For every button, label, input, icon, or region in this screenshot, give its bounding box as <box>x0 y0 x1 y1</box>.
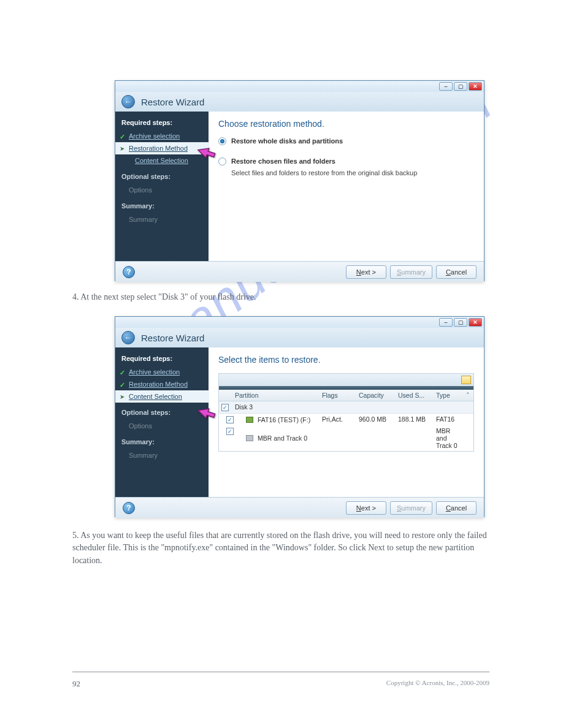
radio-restore-whole[interactable]: Restore whole disks and partitions <box>218 137 474 145</box>
sidebar-item-options[interactable]: Options <box>115 420 209 432</box>
cell-flags <box>320 425 356 451</box>
check-icon: ✓ <box>120 133 125 141</box>
cell-partition: MBR and Track 0 <box>258 434 307 442</box>
footer-divider <box>72 672 489 672</box>
title-bar: ← Restore Wizard <box>115 92 484 112</box>
col-partition[interactable]: Partition <box>232 390 320 401</box>
maximize-button[interactable]: ▢ <box>454 318 467 327</box>
wizard-content-panel: Select the items to restore. Partition F <box>209 347 484 497</box>
sidebar-item-archive-selection[interactable]: ✓Archive selection <box>115 366 209 378</box>
col-flags[interactable]: Flags <box>320 390 356 401</box>
columns-button-icon[interactable] <box>461 376 471 384</box>
cancel-button[interactable]: Cancel <box>436 265 477 279</box>
table-toolbar <box>219 374 473 386</box>
disk-label: Disk 3 <box>232 401 320 413</box>
wizard-content-panel: Choose restoration method. Restore whole… <box>209 112 484 261</box>
sidebar-item-restoration-method[interactable]: ➤Restoration Method <box>115 142 209 154</box>
col-type[interactable]: Type <box>434 390 462 401</box>
summary-button: Summary <box>390 501 432 515</box>
cell-used: 188.1 MB <box>396 414 434 425</box>
help-icon[interactable]: ? <box>123 266 135 278</box>
copyright-text: Copyright © Acronis, Inc., 2000-2009 <box>386 679 489 686</box>
sidebar-required-header: Required steps: <box>115 116 209 130</box>
cell-used <box>396 425 434 451</box>
restore-wizard-window-2: – ▢ ✕ ← Restore Wizard Required steps: ✓… <box>115 316 484 517</box>
sidebar-item-options[interactable]: Options <box>115 184 209 196</box>
close-button[interactable]: ✕ <box>469 82 482 91</box>
title-bar: ← Restore Wizard <box>115 328 484 347</box>
restore-wizard-window-1: – ▢ ✕ ← Restore Wizard Required steps: ✓… <box>115 80 484 281</box>
cell-flags: Pri,Act. <box>320 414 356 425</box>
step-text-4: 4. At the next step select "Disk 3" of y… <box>72 291 348 303</box>
cell-capacity <box>356 425 396 451</box>
radio-label: Restore chosen files and folders <box>231 157 335 165</box>
radio-icon[interactable] <box>218 137 226 145</box>
arrow-icon: ➤ <box>120 145 124 152</box>
next-button[interactable]: Next > <box>346 501 386 515</box>
panel-heading: Select the items to restore. <box>218 355 474 365</box>
check-icon: ✓ <box>120 369 125 377</box>
sidebar-summary-header: Summary: <box>115 436 209 449</box>
maximize-button[interactable]: ▢ <box>454 82 467 91</box>
check-icon: ✓ <box>120 381 125 389</box>
sidebar-item-restoration-method[interactable]: ✓Restoration Method <box>115 378 209 390</box>
wizard-sidebar: Required steps: ✓Archive selection ✓Rest… <box>115 347 209 497</box>
cancel-button[interactable]: Cancel <box>436 501 477 515</box>
radio-label: Restore whole disks and partitions <box>231 137 343 145</box>
cell-type: MBR and Track 0 <box>434 425 462 451</box>
sidebar-item-summary[interactable]: Summary <box>115 449 209 461</box>
radio-restore-files[interactable]: Restore chosen files and folders <box>218 157 474 165</box>
panel-heading: Choose restoration method. <box>218 119 474 129</box>
partition-table: Partition Flags Capacity Used S... Type … <box>218 373 474 452</box>
col-used[interactable]: Used S... <box>396 390 434 401</box>
partition-icon <box>246 417 253 423</box>
col-capacity[interactable]: Capacity <box>356 390 396 401</box>
radio-description: Select files and folders to restore from… <box>231 169 474 176</box>
sidebar-required-header: Required steps: <box>115 352 209 366</box>
step-text-5: 5. As you want to keep the useful files … <box>72 529 489 567</box>
minimize-button[interactable]: – <box>439 82 453 91</box>
close-button[interactable]: ✕ <box>469 318 482 327</box>
sidebar-summary-header: Summary: <box>115 200 209 213</box>
page-number: 92 <box>72 679 80 689</box>
window-title: Restore Wizard <box>141 333 204 343</box>
window-controls: – ▢ ✕ <box>115 317 484 328</box>
cell-capacity: 960.0 MB <box>356 414 396 425</box>
table-row[interactable]: ✓ FAT16 (TEST) (F:) Pri,Act. 960.0 MB 18… <box>219 414 473 425</box>
arrow-icon: ➤ <box>120 393 124 400</box>
cell-type: FAT16 <box>434 414 462 425</box>
table-header-row: Partition Flags Capacity Used S... Type … <box>219 390 473 401</box>
partition-icon <box>246 435 253 441</box>
sidebar-item-summary[interactable]: Summary <box>115 213 209 226</box>
collapse-icon[interactable]: ˄ <box>462 390 473 401</box>
sidebar-item-archive-selection[interactable]: ✓Archive selection <box>115 130 209 142</box>
wizard-footer: ? Next > Summary Cancel <box>115 261 484 282</box>
back-icon[interactable]: ← <box>121 95 135 108</box>
radio-icon[interactable] <box>218 157 226 165</box>
minimize-button[interactable]: – <box>439 318 453 327</box>
table-row[interactable]: ✓ MBR and Track 0 MBR and Track 0 <box>219 425 473 451</box>
summary-button: Summary <box>390 265 432 279</box>
sidebar-optional-header: Optional steps: <box>115 170 209 184</box>
window-controls: – ▢ ✕ <box>115 81 484 92</box>
back-icon[interactable]: ← <box>121 331 135 344</box>
help-icon[interactable]: ? <box>123 502 135 514</box>
disk-group-row[interactable]: ✓ Disk 3 <box>219 401 473 414</box>
sidebar-item-content-selection[interactable]: ➤Content Selection <box>115 390 209 403</box>
checkbox[interactable]: ✓ <box>221 404 229 411</box>
wizard-footer: ? Next > Summary Cancel <box>115 497 484 518</box>
sidebar-optional-header: Optional steps: <box>115 406 209 420</box>
sidebar-item-content-selection[interactable]: Content Selection <box>115 154 209 167</box>
next-button[interactable]: Next > <box>346 265 386 279</box>
wizard-sidebar: Required steps: ✓Archive selection ➤Rest… <box>115 112 209 261</box>
cell-partition: FAT16 (TEST) (F:) <box>258 416 310 423</box>
window-title: Restore Wizard <box>141 97 204 107</box>
